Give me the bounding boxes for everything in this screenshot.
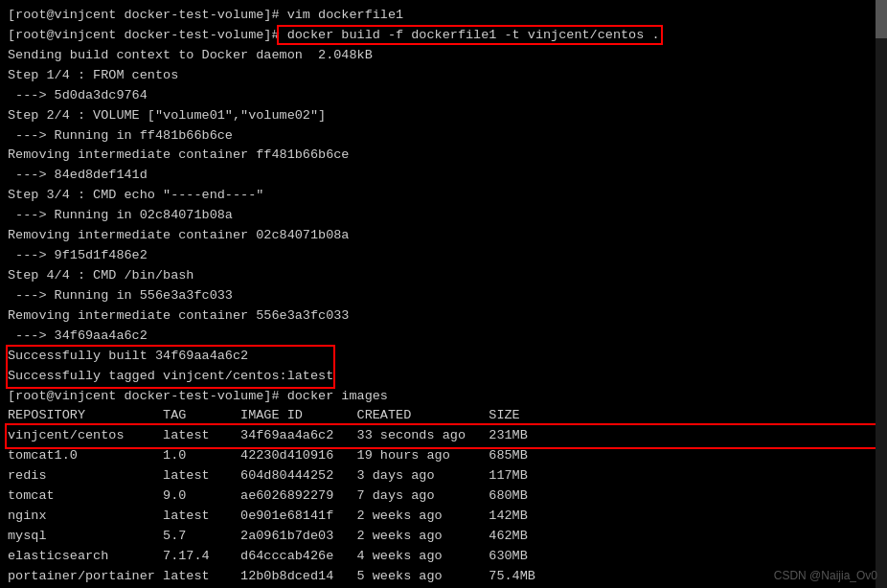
terminal-line-l14: Step 4/4 : CMD /bin/bash bbox=[8, 266, 879, 286]
terminal-line-r6: mysql 5.7 2a0961b7de03 2 weeks ago 462MB bbox=[8, 527, 879, 547]
terminal-line-r8: portainer/portainer latest 12b0b8dced14 … bbox=[8, 567, 879, 587]
watermark: CSDN @Naijia_Ov0 bbox=[774, 569, 877, 582]
success-line-2: Successfully tagged vinjcent/centos:late… bbox=[8, 367, 333, 387]
highlighted-table-row: vinjcent/centos latest 34f69aa4a6c2 33 s… bbox=[8, 426, 879, 446]
success-line-1: Successfully built 34f69aa4a6c2 bbox=[8, 347, 333, 367]
terminal-line-header: REPOSITORY TAG IMAGE ID CREATED SIZE bbox=[8, 406, 879, 426]
terminal-line-l6: Step 2/4 : VOLUME ["volume01","volume02"… bbox=[8, 106, 879, 126]
terminal-line-l10: Step 3/4 : CMD echo "----end----" bbox=[8, 186, 879, 206]
command-line-l2: [root@vinjcent docker-test-volume]# dock… bbox=[8, 26, 879, 46]
terminal-line-l1: [root@vinjcent docker-test-volume]# vim … bbox=[8, 6, 879, 26]
terminal-line-r3: redis latest 604d80444252 3 days ago 117… bbox=[8, 466, 879, 486]
prompt: [root@vinjcent docker-test-volume]# bbox=[8, 28, 280, 42]
terminal-line-l19: [root@vinjcent docker-test-volume]# dock… bbox=[8, 387, 879, 407]
terminal-line-r4: tomcat 9.0 ae6026892279 7 days ago 680MB bbox=[8, 486, 879, 507]
highlighted-command: docker build -f dockerfile1 -t vinjcent/… bbox=[280, 28, 660, 42]
terminal-line-l13: ---> 9f15d1f486e2 bbox=[8, 246, 879, 266]
terminal-line-l4: Step 1/4 : FROM centos bbox=[8, 66, 879, 86]
terminal-line-r5: nginx latest 0e901e68141f 2 weeks ago 14… bbox=[8, 507, 879, 527]
terminal-line-l17: ---> 34f69aa4a6c2 bbox=[8, 327, 879, 347]
terminal-line-l16: Removing intermediate container 556e3a3f… bbox=[8, 306, 879, 327]
terminal-line-l11: ---> Running in 02c84071b08a bbox=[8, 206, 879, 226]
terminal-line-r2: tomcat1.0 1.0 42230d410916 19 hours ago … bbox=[8, 446, 879, 466]
terminal-line-r7: elasticsearch 7.17.4 d64cccab426e 4 week… bbox=[8, 547, 879, 567]
scrollbar-thumb[interactable] bbox=[876, 0, 887, 38]
terminal-line-l9: ---> 84ed8def141d bbox=[8, 166, 879, 186]
terminal: [root@vinjcent docker-test-volume]# vim … bbox=[0, 0, 887, 588]
terminal-line-l15: ---> Running in 556e3a3fc033 bbox=[8, 286, 879, 306]
terminal-line-l3: Sending build context to Docker daemon 2… bbox=[8, 46, 879, 66]
terminal-line-l8: Removing intermediate container ff481b66… bbox=[8, 146, 879, 166]
terminal-line-l7: ---> Running in ff481b66b6ce bbox=[8, 126, 879, 147]
success-block: Successfully built 34f69aa4a6c2Successfu… bbox=[8, 347, 333, 387]
terminal-line-l5: ---> 5d0da3dc9764 bbox=[8, 86, 879, 106]
terminal-line-l12: Removing intermediate container 02c84071… bbox=[8, 226, 879, 246]
scrollbar[interactable] bbox=[876, 0, 887, 588]
